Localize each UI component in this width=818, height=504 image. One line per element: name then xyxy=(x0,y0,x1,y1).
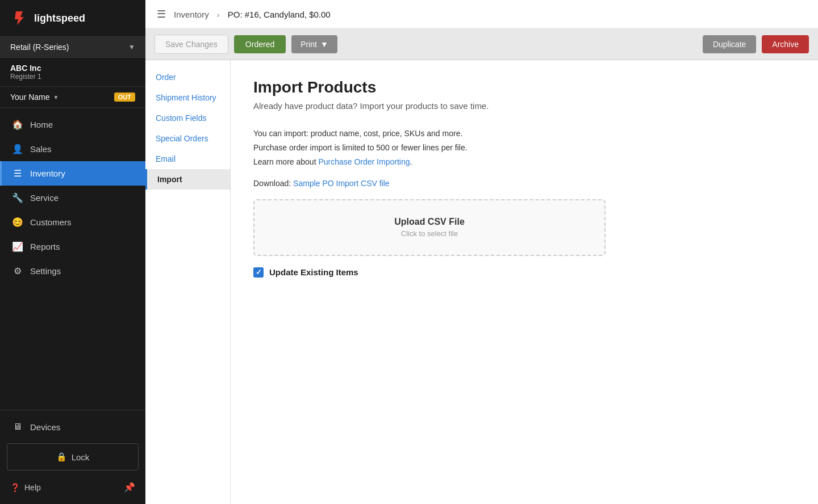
breadcrumb-separator: › xyxy=(217,10,220,19)
reports-icon: 📈 xyxy=(12,241,23,252)
retail-label: Retail (R-Series) xyxy=(10,43,69,52)
user-name: Your Name xyxy=(10,93,50,102)
retail-chevron-icon: ▼ xyxy=(128,43,135,51)
sidebar-item-settings-label: Settings xyxy=(30,266,61,276)
save-changes-button[interactable]: Save Changes xyxy=(155,35,228,54)
settings-icon: ⚙ xyxy=(12,266,23,276)
ordered-button[interactable]: Ordered xyxy=(234,35,286,53)
sidebar-item-reports-label: Reports xyxy=(30,242,60,251)
update-existing-row: ✓ Update Existing Items xyxy=(253,267,795,278)
company-name: ABC Inc xyxy=(10,64,135,73)
retail-selector[interactable]: Retail (R-Series) ▼ xyxy=(0,37,145,58)
sidebar: lightspeed Retail (R-Series) ▼ ABC Inc R… xyxy=(0,0,145,504)
page-subtitle: Already have product data? Import your p… xyxy=(253,101,795,111)
sidebar-item-inventory[interactable]: ☰ Inventory xyxy=(0,161,145,186)
help-bar: ❓ Help 📌 xyxy=(0,475,145,499)
sidebar-devices-label: Devices xyxy=(30,422,60,432)
info-line1: You can import: product name, cost, pric… xyxy=(253,129,462,138)
content-area: Order Shipment History Custom Fields Spe… xyxy=(145,60,818,504)
sales-icon: 👤 xyxy=(12,144,23,154)
update-existing-checkbox[interactable]: ✓ xyxy=(253,267,264,278)
sidebar-item-sales-label: Sales xyxy=(30,144,52,154)
pin-icon[interactable]: 📌 xyxy=(124,482,135,493)
download-csv-link[interactable]: Sample PO Import CSV file xyxy=(293,179,390,188)
sidebar-item-reports[interactable]: 📈 Reports xyxy=(0,234,145,259)
customers-icon: 😊 xyxy=(12,217,23,228)
side-nav-email[interactable]: Email xyxy=(145,149,230,169)
download-prefix: Download: xyxy=(253,179,293,188)
sidebar-item-customers-label: Customers xyxy=(30,217,72,227)
sidebar-navigation: 🏠 Home 👤 Sales ☰ Inventory 🔧 Service 😊 C… xyxy=(0,108,145,410)
print-label: Print xyxy=(301,40,317,49)
action-bar: Save Changes Ordered Print ▼ Duplicate A… xyxy=(145,29,818,60)
info-line2: Purchase order import is limited to 500 … xyxy=(253,143,468,152)
purchase-order-link[interactable]: Purchase Order Importing xyxy=(318,157,410,166)
breadcrumb-icon: ☰ xyxy=(157,8,166,20)
page-title: Import Products xyxy=(253,78,795,96)
lightspeed-logo-icon xyxy=(10,9,28,27)
devices-icon: 🖥 xyxy=(12,422,23,432)
out-badge: OUT xyxy=(114,93,135,102)
home-icon: 🏠 xyxy=(12,119,23,130)
sidebar-item-service[interactable]: 🔧 Service xyxy=(0,186,145,210)
sidebar-item-devices[interactable]: 🖥 Devices xyxy=(0,415,145,439)
sidebar-logo: lightspeed xyxy=(0,0,145,37)
sidebar-item-customers[interactable]: 😊 Customers xyxy=(0,210,145,234)
app-logo-text: lightspeed xyxy=(34,12,85,24)
archive-button[interactable]: Archive xyxy=(762,35,809,53)
sidebar-item-home-label: Home xyxy=(30,120,53,129)
breadcrumb-parent[interactable]: Inventory xyxy=(174,10,209,19)
upload-title: Upload CSV File xyxy=(394,217,465,227)
side-nav-shipment-history[interactable]: Shipment History xyxy=(145,87,230,108)
lock-icon: 🔒 xyxy=(56,452,67,462)
side-nav-custom-fields[interactable]: Custom Fields xyxy=(145,108,230,128)
checkmark-icon: ✓ xyxy=(256,268,262,276)
sidebar-item-home[interactable]: 🏠 Home xyxy=(0,112,145,137)
side-nav-import[interactable]: Import xyxy=(145,169,230,190)
upload-subtitle: Click to select file xyxy=(401,229,458,238)
help-icon: ❓ xyxy=(10,483,20,492)
side-navigation: Order Shipment History Custom Fields Spe… xyxy=(145,60,231,504)
sidebar-item-service-label: Service xyxy=(30,193,59,203)
user-dropdown[interactable]: Your Name ▼ xyxy=(10,93,59,102)
duplicate-button[interactable]: Duplicate xyxy=(703,35,756,53)
print-chevron-icon: ▼ xyxy=(320,40,328,49)
sidebar-item-sales[interactable]: 👤 Sales xyxy=(0,137,145,161)
info-block: You can import: product name, cost, pric… xyxy=(253,127,795,170)
side-nav-order[interactable]: Order xyxy=(145,67,230,87)
info-line3-prefix: Learn more about xyxy=(253,157,318,166)
help-button[interactable]: ❓ Help xyxy=(10,483,41,492)
company-info: ABC Inc Register 1 xyxy=(0,58,145,87)
download-line: Download: Sample PO Import CSV file xyxy=(253,179,795,188)
side-nav-special-orders[interactable]: Special Orders xyxy=(145,128,230,149)
main-area: ☰ Inventory › PO: #16, Candyland, $0.00 … xyxy=(145,0,818,504)
lock-button[interactable]: 🔒 Lock xyxy=(7,443,139,471)
upload-csv-box[interactable]: Upload CSV File Click to select file xyxy=(253,199,606,256)
main-panel: Import Products Already have product dat… xyxy=(231,60,818,504)
sidebar-item-inventory-label: Inventory xyxy=(30,169,65,178)
info-line3-suffix: . xyxy=(410,157,412,166)
sidebar-bottom: 🖥 Devices 🔒 Lock ❓ Help 📌 xyxy=(0,410,145,504)
company-register: Register 1 xyxy=(10,73,135,81)
update-existing-label: Update Existing Items xyxy=(269,267,358,277)
user-chevron-icon: ▼ xyxy=(53,94,59,100)
print-button[interactable]: Print ▼ xyxy=(291,35,337,53)
lock-label: Lock xyxy=(72,452,90,462)
top-header: ☰ Inventory › PO: #16, Candyland, $0.00 xyxy=(145,0,818,29)
service-icon: 🔧 xyxy=(12,192,23,203)
help-label: Help xyxy=(24,483,41,492)
user-section: Your Name ▼ OUT xyxy=(0,87,145,108)
breadcrumb-current: PO: #16, Candyland, $0.00 xyxy=(228,10,331,19)
sidebar-item-settings[interactable]: ⚙ Settings xyxy=(0,259,145,283)
inventory-icon: ☰ xyxy=(12,168,23,179)
